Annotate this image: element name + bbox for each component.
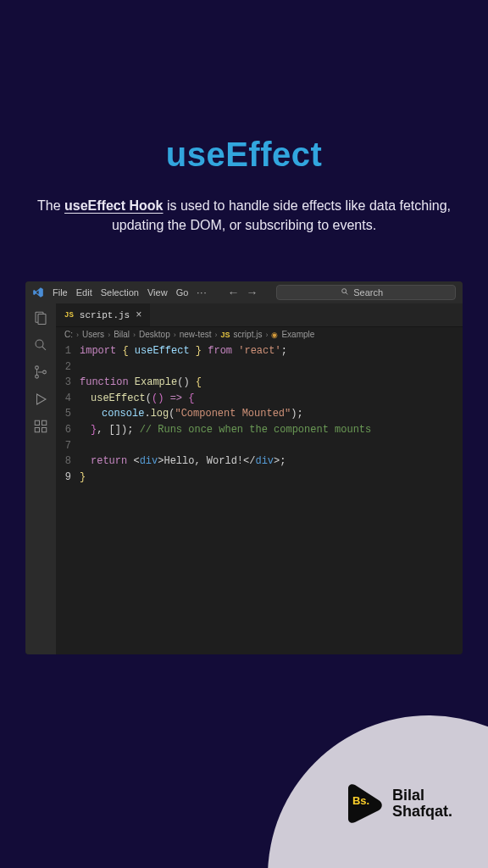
breadcrumb-seg: C: <box>64 330 73 339</box>
svg-rect-12 <box>42 428 47 432</box>
breadcrumb-seg: new-test <box>180 330 212 339</box>
author-logo-icon: Bs. <box>343 783 384 824</box>
svg-rect-3 <box>38 314 46 325</box>
svg-line-5 <box>42 347 46 350</box>
svg-point-8 <box>43 370 47 374</box>
activity-bar <box>25 303 56 654</box>
breadcrumb-seg: Users <box>82 330 104 339</box>
search-placeholder: Search <box>353 287 383 298</box>
breadcrumb-seg: Bilal <box>114 330 130 339</box>
vscode-logo-icon <box>32 287 44 298</box>
editor-body[interactable]: 123456789 import { useEffect } from 'rea… <box>56 343 463 485</box>
svg-point-6 <box>36 366 39 370</box>
svg-point-0 <box>342 289 347 293</box>
svg-rect-10 <box>35 420 39 425</box>
author-name: Bilal Shafqat. <box>392 787 452 820</box>
author-firstname: Bilal <box>392 787 452 804</box>
extensions-icon[interactable] <box>33 419 48 434</box>
menu-bar: File Edit Selection View Go ··· <box>53 287 207 298</box>
menu-edit[interactable]: Edit <box>76 287 92 298</box>
js-file-icon: JS <box>64 311 74 320</box>
run-debug-icon[interactable] <box>33 392 48 407</box>
explorer-icon[interactable] <box>33 310 48 326</box>
page-title: useEffect <box>0 136 488 174</box>
svg-rect-11 <box>35 428 39 432</box>
command-center-search[interactable]: Search <box>276 285 456 300</box>
author-logo-text: Bs. <box>352 794 369 807</box>
breadcrumb-seg: Desktop <box>139 330 170 339</box>
subtitle-post: is used to handle side effects like data… <box>112 198 451 232</box>
svg-point-7 <box>36 375 39 378</box>
svg-marker-9 <box>37 394 47 404</box>
svg-rect-13 <box>42 420 47 425</box>
author-surname: Shafqat. <box>392 804 452 820</box>
titlebar: File Edit Selection View Go ··· ← → Sear… <box>25 281 463 303</box>
search-activity-icon[interactable] <box>33 337 48 353</box>
close-icon[interactable]: × <box>136 310 141 320</box>
page-subtitle: The useEffect Hook is used to handle sid… <box>36 196 452 235</box>
search-icon <box>341 287 349 298</box>
author-credit: Bs. Bilal Shafqat. <box>343 783 452 824</box>
svg-point-4 <box>36 340 43 348</box>
breadcrumb[interactable]: C:› Users› Bilal› Desktop› new-test› JS … <box>56 327 463 342</box>
menu-file[interactable]: File <box>53 287 68 298</box>
menu-go[interactable]: Go <box>176 287 189 298</box>
nav-arrows: ← → <box>227 287 258 298</box>
subtitle-pre: The <box>37 198 64 213</box>
line-gutter: 123456789 <box>56 343 80 485</box>
source-control-icon[interactable] <box>33 364 48 380</box>
code-content: import { useEffect } from 'react'; funct… <box>80 343 371 485</box>
breadcrumb-seg: script.js <box>234 330 263 339</box>
tab-script-js[interactable]: JS script.js × <box>56 303 151 326</box>
js-file-icon: JS <box>221 331 230 339</box>
nav-forward-icon[interactable]: → <box>246 287 258 298</box>
tab-label: script.js <box>80 310 130 320</box>
svg-line-1 <box>346 292 347 294</box>
breadcrumb-seg: Example <box>281 330 314 339</box>
subtitle-hook: useEffect Hook <box>64 198 163 213</box>
menu-selection[interactable]: Selection <box>101 287 139 298</box>
vscode-window: File Edit Selection View Go ··· ← → Sear… <box>25 281 463 654</box>
tab-bar: JS script.js × <box>25 303 463 327</box>
symbol-icon: ◉ <box>271 331 278 339</box>
nav-back-icon[interactable]: ← <box>227 287 239 298</box>
menu-overflow-icon[interactable]: ··· <box>197 287 207 298</box>
menu-view[interactable]: View <box>147 287 168 298</box>
